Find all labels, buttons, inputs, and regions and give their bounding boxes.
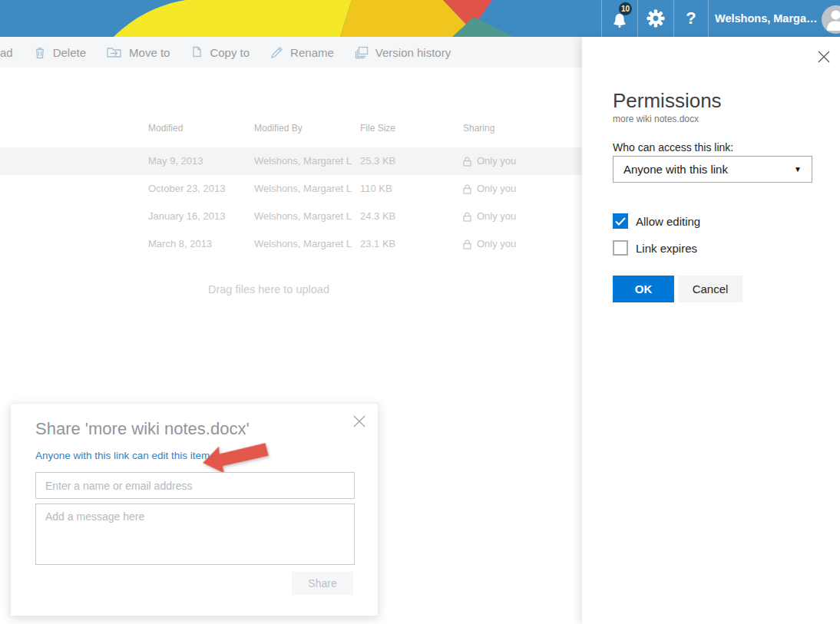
sharing-label: Only you [477,147,516,175]
recipient-input[interactable] [35,472,355,499]
ok-button[interactable]: OK [613,276,674,302]
cell-file-size: 25.3 KB [360,147,395,175]
cell-modified-by: Welshons, Margaret L [254,147,352,175]
lock-icon [463,239,471,249]
sharing-label: Only you [477,175,516,203]
cell-file-size: 110 KB [360,175,392,203]
access-dropdown[interactable]: Anyone with this link ▼ [613,156,812,183]
table-row[interactable]: March 8, 2013 Welshons, Margaret L 23.1 … [0,230,581,258]
move-to-icon [107,46,122,58]
table-header: Modified Modified By File Size Sharing [0,123,581,141]
cell-modified-by: Welshons, Margaret L [254,203,352,230]
cancel-button[interactable]: Cancel [678,276,742,302]
cell-modified-by: Welshons, Margaret L [254,230,352,258]
checkbox-label: Allow editing [636,215,700,228]
toolbar-item-move-to[interactable]: Move to [107,46,170,59]
help-icon: ? [686,8,696,28]
link-permission-link[interactable]: Anyone with this link can edit this item… [35,450,213,461]
notification-badge: 10 [619,2,632,15]
suite-bar: 10 ? Welshons, Marga… [0,0,840,37]
access-label: Who can access this link: [613,141,733,154]
toolbar-item-label: Rename [290,46,334,59]
toolbar-item-rename[interactable]: Rename [270,46,334,59]
check-icon [615,217,626,226]
cell-modified: January 16, 2013 [148,203,225,230]
close-button[interactable] [818,51,830,63]
pencil-icon [270,46,283,59]
gear-icon [647,9,665,28]
allow-editing-checkbox[interactable]: Allow editing [613,213,700,229]
toolbar-item-delete[interactable]: Delete [34,46,86,59]
table-row[interactable]: May 9, 2013 Welshons, Margaret L 25.3 KB… [0,147,581,175]
notifications-button[interactable]: 10 [601,0,637,37]
toolbar-item-label: Move to [129,46,170,59]
cell-file-size: 23.1 KB [360,230,395,258]
lock-icon [463,157,471,167]
cell-modified-by: Welshons, Margaret L [254,175,352,203]
dropzone-hint: Drag files here to upload [0,283,537,295]
column-header-modified[interactable]: Modified [148,123,183,134]
checkbox-label: Link expires [636,242,697,255]
column-header-sharing[interactable]: Sharing [463,123,494,134]
copy-to-icon [190,46,203,59]
sharing-label: Only you [477,203,516,230]
cell-sharing: Only you [463,175,516,203]
toolbar-item-copy-to[interactable]: Copy to [190,46,250,59]
checkbox-checked [613,213,628,229]
column-header-modified-by[interactable]: Modified By [254,123,303,134]
lock-icon [463,212,471,222]
account-menu[interactable]: Welshons, Marga… [708,0,840,37]
toolbar-item-label: Copy to [210,46,250,59]
permissions-panel: Permissions more wiki notes.docx Who can… [582,37,840,624]
dialog-title: Share 'more wiki notes.docx' [35,419,250,439]
share-button[interactable]: Share [292,572,353,595]
toolbar-item-label: ad [0,46,13,59]
cell-sharing: Only you [463,203,516,230]
share-dialog: Share 'more wiki notes.docx' Anyone with… [10,403,379,616]
cell-sharing: Only you [463,147,516,175]
cell-modified: March 8, 2013 [148,230,212,258]
message-input[interactable] [35,503,355,565]
sharing-label: Only you [477,230,516,258]
table-row[interactable]: January 16, 2013 Welshons, Margaret L 24… [0,203,581,230]
command-toolbar: ad Delete Move to Copy to [0,37,582,68]
link-expires-checkbox[interactable]: Link expires [613,240,697,256]
access-dropdown-value: Anyone with this link [623,163,728,176]
lock-icon [463,184,471,194]
checkbox-unchecked [613,240,628,256]
trash-icon [34,46,46,59]
column-header-file-size[interactable]: File Size [360,123,395,134]
dialog-close-button[interactable] [353,415,365,428]
close-icon [353,415,365,428]
user-name: Welshons, Marga… [715,12,817,25]
toolbar-item-label: Version history [375,46,451,59]
panel-title: Permissions [613,89,722,113]
table-row[interactable]: October 23, 2013 Welshons, Margaret L 11… [0,175,581,203]
version-history-icon [355,46,369,59]
toolbar-item-upload-partial[interactable]: ad [0,46,13,59]
cell-modified: October 23, 2013 [148,175,225,203]
help-button[interactable]: ? [673,0,708,37]
toolbar-item-label: Delete [53,46,86,59]
cell-modified: May 9, 2013 [148,147,203,175]
close-icon [818,51,830,63]
cell-sharing: Only you [463,230,516,258]
toolbar-item-version-history[interactable]: Version history [355,46,451,59]
chevron-down-icon: ▼ [794,165,802,173]
settings-button[interactable] [637,0,673,37]
cell-file-size: 24.3 KB [360,203,395,230]
panel-subtitle-filename: more wiki notes.docx [613,114,699,124]
avatar [822,5,840,34]
